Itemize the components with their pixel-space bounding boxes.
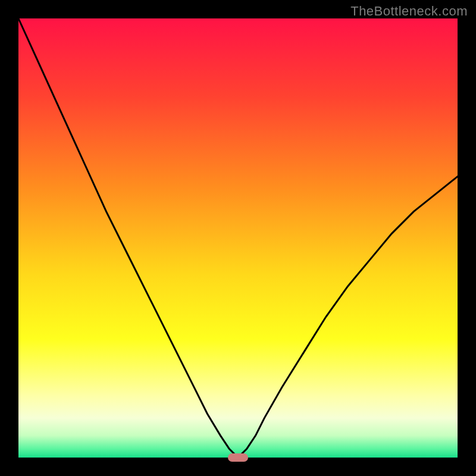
optimal-marker bbox=[228, 453, 248, 462]
plot-background bbox=[18, 18, 458, 458]
chart-container: TheBottleneck.com bbox=[0, 0, 476, 476]
watermark-text: TheBottleneck.com bbox=[350, 4, 468, 19]
bottleneck-chart bbox=[0, 0, 476, 476]
